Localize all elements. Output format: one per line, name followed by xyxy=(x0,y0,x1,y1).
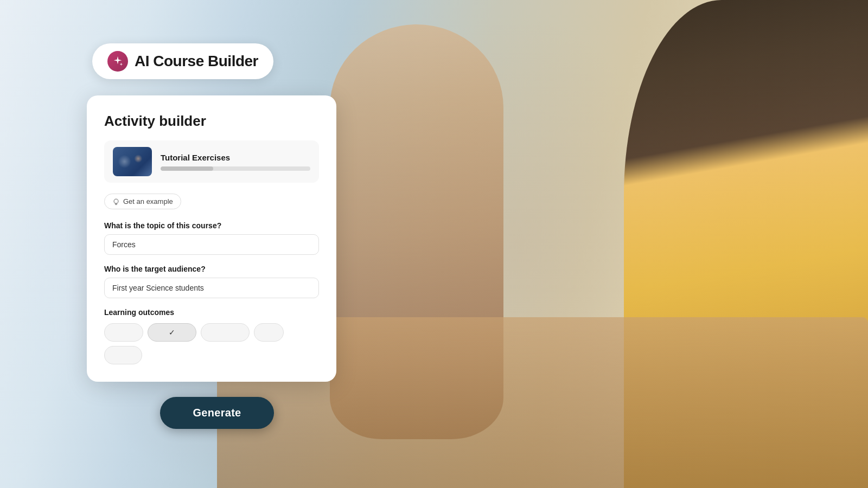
tutorial-row: Tutorial Exercises xyxy=(104,140,319,183)
tutorial-info: Tutorial Exercises xyxy=(161,153,310,171)
audience-label: Who is the target audience? xyxy=(104,265,319,273)
tutorial-name: Tutorial Exercises xyxy=(161,153,310,162)
outcome-pill-3[interactable] xyxy=(201,323,250,342)
outcome-pill-4[interactable] xyxy=(254,323,284,342)
progress-bar-fill xyxy=(161,166,213,171)
outcome-pill-1[interactable] xyxy=(104,323,143,342)
example-button-label: Get an example xyxy=(123,197,173,206)
generate-button[interactable]: Generate xyxy=(160,397,273,429)
lightbulb-icon xyxy=(112,198,120,206)
ai-sparkle-icon xyxy=(107,51,128,72)
generate-button-wrapper: Generate xyxy=(92,397,342,429)
topic-label: What is the topic of this course? xyxy=(104,221,319,230)
activity-builder-card: Activity builder Tutorial Exercises Get … xyxy=(87,95,336,382)
header-pill: AI Course Builder xyxy=(92,43,273,79)
outcomes-label: Learning outcomes xyxy=(104,308,319,317)
topic-field-group: What is the topic of this course? xyxy=(104,221,319,255)
check-icon: ✓ xyxy=(169,328,175,337)
get-example-button[interactable]: Get an example xyxy=(104,194,181,209)
topic-input[interactable] xyxy=(104,234,319,255)
progress-bar-background xyxy=(161,166,310,171)
outcome-pill-5[interactable] xyxy=(104,346,142,364)
audience-field-group: Who is the target audience? xyxy=(104,265,319,298)
svg-point-0 xyxy=(114,199,118,203)
tutorial-thumbnail xyxy=(113,147,152,176)
outcome-pill-2[interactable]: ✓ xyxy=(148,323,196,342)
main-content: AI Course Builder Activity builder Tutor… xyxy=(0,0,868,488)
audience-input[interactable] xyxy=(104,278,319,298)
generate-button-label: Generate xyxy=(193,407,241,419)
learning-outcomes-section: Learning outcomes ✓ xyxy=(104,308,319,364)
header-title: AI Course Builder xyxy=(135,53,258,70)
card-title: Activity builder xyxy=(104,113,319,130)
outcomes-pills: ✓ xyxy=(104,323,319,364)
